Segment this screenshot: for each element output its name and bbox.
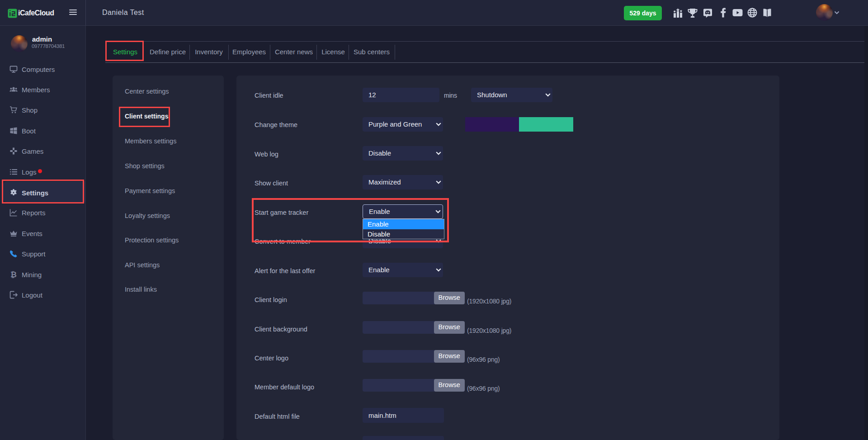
svg-text:₿: ₿ — [10, 270, 17, 279]
